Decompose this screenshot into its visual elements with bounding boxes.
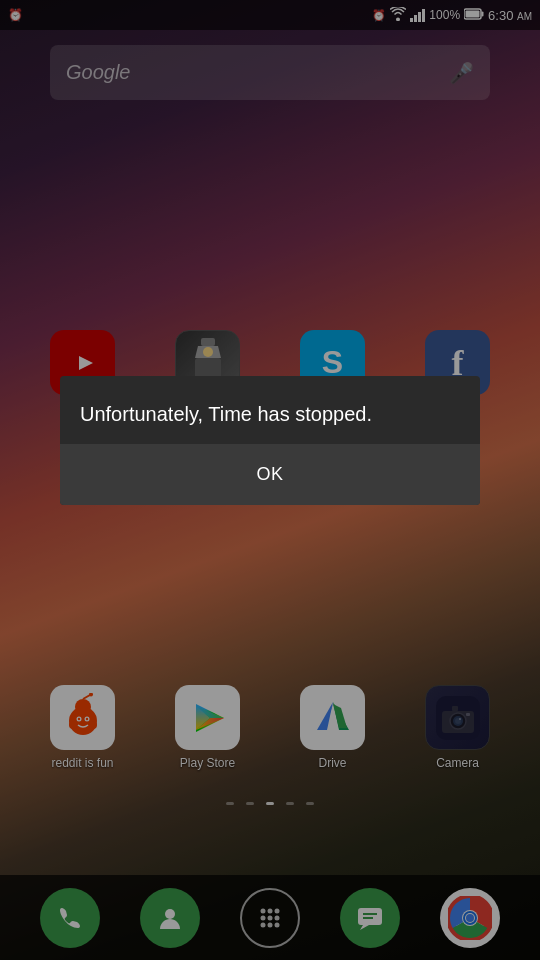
error-dialog: Unfortunately, Time has stopped. OK [60, 376, 480, 505]
dialog-title: Unfortunately, Time has stopped. [80, 400, 460, 428]
dialog-overlay: Unfortunately, Time has stopped. OK [0, 0, 540, 960]
ok-button[interactable]: OK [216, 456, 323, 493]
dialog-footer: OK [60, 444, 480, 505]
dialog-body: Unfortunately, Time has stopped. [60, 376, 480, 444]
